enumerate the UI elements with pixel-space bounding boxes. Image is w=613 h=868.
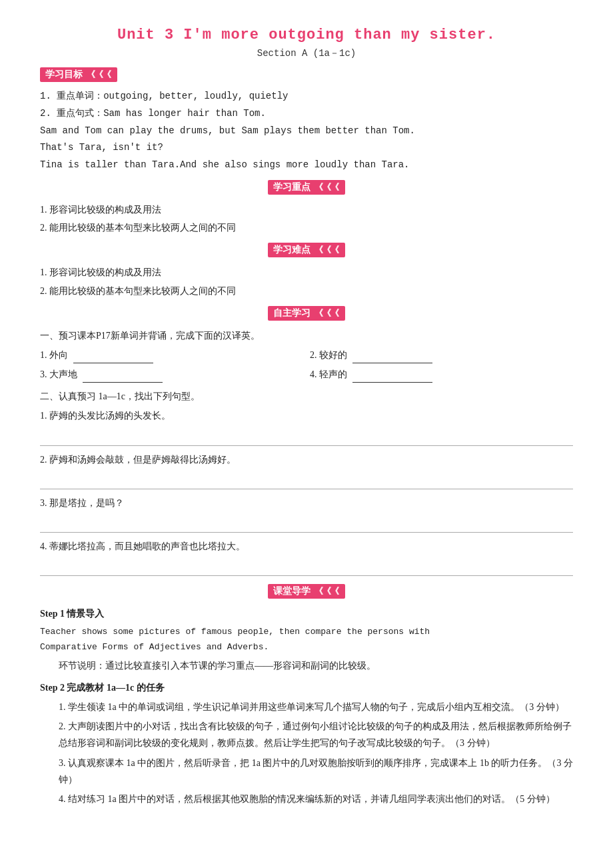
learning-goals-block: 学习目标 《《《 1. 重点单词：outgoing, better, loudl…: [40, 67, 573, 173]
section-label: Section A (1a－1c): [40, 47, 573, 59]
sentence-2-answer: [40, 471, 573, 489]
step2-item-3: 3. 认真观察课本 1a 中的图片，然后听录音，把 1a 图片中的几对双胞胎按听…: [40, 755, 573, 788]
sentence-1-label: 1. 萨姆的头发比汤姆的头发长。: [40, 407, 573, 424]
sentence-2-label: 2. 萨姆和汤姆会敲鼓，但是萨姆敲得比汤姆好。: [40, 451, 573, 468]
step1-content-mono: Teacher shows some pictures of famous pe…: [40, 625, 573, 654]
page-title: Unit 3 I'm more outgoing than my sister.: [40, 27, 573, 43]
step2-title: Step 2 完成教材 1a—1c 的任务: [40, 679, 573, 696]
difficulties-block: 学习难点 《《《 1. 形容词比较级的构成及用法 2. 能用比较级的基本句型来比…: [40, 243, 573, 299]
step2-item-4: 4. 结对练习 1a 图片中的对话，然后根据其他双胞胎的情况来编练新的对话，并请…: [40, 791, 573, 807]
key-points-heading: 学习重点 《《《: [268, 180, 345, 195]
sentence-3-label: 3. 那是塔拉，是吗？: [40, 495, 573, 511]
learning-goals-heading: 学习目标 《《《: [40, 67, 117, 82]
step1-title: Step 1 情景导入: [40, 605, 573, 622]
learning-goals-mono-1: Sam and Tom can play the drums, but Sam …: [40, 123, 573, 139]
self-study-part2-intro: 二、认真预习 1a—1c，找出下列句型。: [40, 388, 573, 405]
key-points-item-1: 1. 形容词比较级的构成及用法: [40, 201, 573, 218]
step2-item-1: 1. 学生领读 1a 中的单词或词组，学生识记单词并用这些单词来写几个描写人物的…: [40, 699, 573, 715]
learning-goals-mono-2: That's Tara, isn't it?: [40, 140, 573, 156]
classroom-guide-heading: 课堂导学 《《《: [268, 584, 345, 599]
learning-goals-item-2: 2. 重点句式：Sam has longer hair than Tom.: [40, 106, 573, 122]
classroom-guide-block: 课堂导学 《《《 Step 1 情景导入 Teacher shows some …: [40, 584, 573, 807]
difficulties-item-2: 2. 能用比较级的基本句型来比较两人之间的不同: [40, 283, 573, 299]
vocab-grid: 1. 外向 2. 较好的 3. 大声地 4. 轻声的: [40, 347, 573, 384]
step2-item-2: 2. 大声朗读图片中的小对话，找出含有比较级的句子，通过例句小组讨论比较级的句子…: [40, 718, 573, 751]
learning-goals-item-1: 1. 重点单词：outgoing, better, loudly, quietl…: [40, 89, 573, 105]
step1-content-zh: 环节说明：通过比较直接引入本节课的学习重点——形容词和副词的比较级。: [40, 657, 573, 674]
difficulties-item-1: 1. 形容词比较级的构成及用法: [40, 264, 573, 281]
vocab-item-4: 4. 轻声的: [310, 366, 573, 383]
difficulties-heading: 学习难点 《《《: [268, 243, 345, 257]
vocab-item-3: 3. 大声地: [40, 366, 303, 383]
self-study-part1-intro: 一、预习课本P17新单词并背诵，完成下面的汉译英。: [40, 327, 573, 344]
vocab-item-2: 2. 较好的: [310, 347, 573, 363]
sentence-4-answer: [40, 557, 573, 576]
self-study-heading: 自主学习 《《《: [268, 306, 345, 321]
sentence-1-answer: [40, 427, 573, 446]
sentence-3-answer: [40, 514, 573, 533]
key-points-item-2: 2. 能用比较级的基本句型来比较两人之间的不同: [40, 219, 573, 236]
learning-goals-mono-3: Tina is taller than Tara.And she also si…: [40, 157, 573, 173]
key-points-block: 学习重点 《《《 1. 形容词比较级的构成及用法 2. 能用比较级的基本句型来比…: [40, 180, 573, 236]
self-study-block: 自主学习 《《《 一、预习课本P17新单词并背诵，完成下面的汉译英。 1. 外向…: [40, 306, 573, 577]
sentence-4-label: 4. 蒂娜比塔拉高，而且她唱歌的声音也比塔拉大。: [40, 538, 573, 555]
vocab-item-1: 1. 外向: [40, 347, 303, 363]
